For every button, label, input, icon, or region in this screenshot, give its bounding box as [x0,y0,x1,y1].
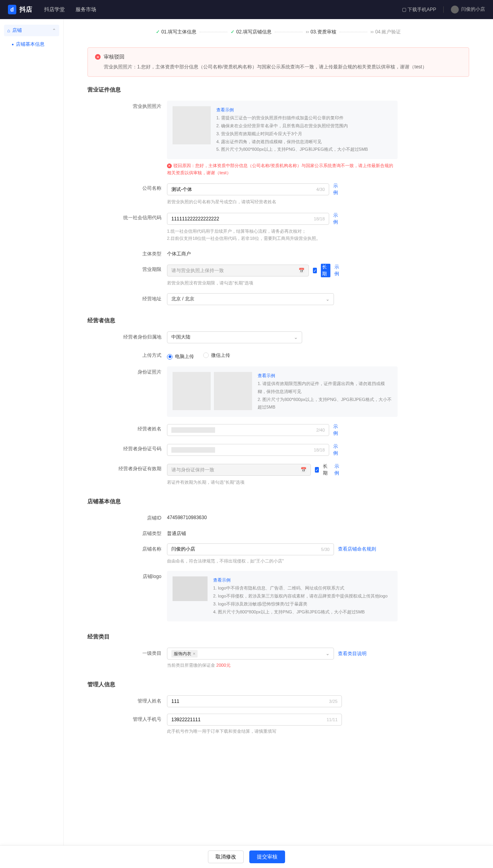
main-content: ✓01.填写主体信息 ✓02.填写店铺信息 ››03.资质审核 ››04.账户验… [64,19,493,868]
shop-name-input[interactable]: 5/30 [167,543,334,555]
admin-name-field[interactable] [171,699,329,704]
label-biz-period: 营业期限 [87,264,167,287]
admin-name-input[interactable]: 3/25 [167,695,342,707]
logo-upload-area[interactable]: 查看示例 1. logo中不得含有隐私信息、广告语、二维码、网址或任何联系方式 … [167,571,398,621]
section-operator: 经营者信息 经营者身份归属地 中国大陆 ⌄ 上传方式 电脑上传 微信上传 [87,317,469,486]
upload-tip: 1. 请提供有效期限范围内的证件，证件需露出四角，请勿遮挡或模糊，保持信息清晰可… [258,380,392,396]
id-upload-area[interactable]: 查看示例 1. 请提供有效期限范围内的证件，证件需露出四角，请勿遮挡或模糊，保持… [167,366,398,417]
longterm-checkbox[interactable]: ✓长期 [313,264,330,277]
category-select[interactable]: 服饰内衣× ⌄ [167,648,334,660]
company-name-input[interactable]: 4/30 [167,183,329,195]
upload-placeholder[interactable] [173,372,211,410]
upload-placeholder[interactable] [214,372,252,410]
submit-button[interactable]: 提交审核 [249,850,285,863]
cancel-button[interactable]: 取消修改 [208,850,244,863]
section-title: 店铺基本信息 [87,498,469,505]
help-text: 若营业执照没有营业期限，请勾选"长期"选项 [167,280,342,287]
credit-code-input[interactable]: 18/18 [167,213,329,225]
upload-tip: 2. 图片尺寸为800*800px以上，支持PNG、JPG和JPEG格式，大小不… [258,396,392,412]
deposit-text: 当前类目所需缴的保证金 2000元 [167,662,398,669]
example-link[interactable]: 示例 [334,264,342,277]
view-example-link[interactable]: 查看示例 [258,373,275,378]
sidebar-item-shop-info[interactable]: 店铺基本信息 [4,38,59,51]
biz-addr-select[interactable]: 北京 / 北京 ⌄ [167,293,334,305]
checkbox-checked-icon: ✓ [313,268,317,273]
label-shop-type: 店铺类型 [87,528,167,537]
label-shop-id: 店铺ID [87,512,167,522]
label-operator-idno: 经营者身份证号码 [87,443,167,457]
step-1: ✓01.填写主体信息 [156,29,197,35]
step-divider [340,32,367,32]
example-link[interactable]: 示例 [333,443,342,457]
credit-code-field[interactable] [171,216,314,222]
naming-rule-link[interactable]: 查看店铺命名规则 [338,546,376,553]
chevron-down-icon: ⌄ [326,651,330,656]
upload-tip: 5. 图片尺寸为800*800px以上，支持PNG、JPG和JPEG格式，大小不… [216,146,368,154]
admin-phone-input[interactable]: 11/11 [167,714,342,726]
step-3: ››03.资质审核 [306,29,336,35]
checkbox-checked-icon: ✓ [315,467,319,473]
category-detail-link[interactable]: 查看类目说明 [338,650,367,657]
label-id-photo: 身份证照片 [87,366,167,417]
alert-body-text: 营业执照照片：1.您好，主体资质中部分信息（公司名称/资质机构名称）与国家公示系… [95,63,462,71]
char-count: 18/18 [314,216,325,221]
view-example-link[interactable]: 查看示例 [216,107,234,112]
shop-name-field[interactable] [171,547,321,552]
error-icon: ✕ [95,54,101,60]
upload-tip: 2. 确保未在企业经营异常名录中，且所售商品在营业执照经营范围内 [216,122,368,130]
section-title: 经营者信息 [87,317,469,324]
longterm-checkbox[interactable]: ✓长期 [315,463,330,477]
example-link[interactable]: 示例 [333,212,342,226]
shop-type-value: 普通店铺 [167,528,342,537]
help-text: 自由命名，符合法律规范，不得出现侵权，如"王小二的小店" [167,558,398,565]
example-link[interactable]: 示例 [334,463,342,477]
sidebar-group-shop[interactable]: ⌂ 店铺 ⌃ [4,25,59,36]
biz-period-input: 请与营业执照上保持一致 📅 [167,265,309,276]
check-icon: ✓ [156,29,160,35]
masked-value [171,447,215,453]
section-title: 管理人信息 [87,681,469,688]
calendar-icon: 📅 [301,467,307,473]
id-valid-input: 请与身份证保持一致 📅 [167,464,311,476]
license-upload-area[interactable]: 查看示例 1. 需提供三证合一的营业执照原件扫描件或加盖公司公章的复印件 2. … [167,101,398,159]
help-text: 若营业执照的公司名称为星号或空白，请填写经营者姓名 [167,199,342,206]
example-link[interactable]: 示例 [333,183,342,196]
footer-actions: 取消修改 提交审核 [0,845,493,868]
upload-tip: 4. 图片尺寸为800*800px以上，支持PNG、JPG和JPEG格式，大小不… [213,608,388,616]
label-credit-code: 统一社会信用代码 [87,212,167,242]
nav-market[interactable]: 服务市场 [76,6,96,12]
step-divider [275,32,303,32]
chevron-up-icon: ⌃ [52,28,56,33]
masked-value [171,427,215,433]
label-operator-name: 经营者姓名 [87,423,167,437]
error-icon: ✕ [167,163,172,168]
upload-placeholder[interactable] [173,106,211,144]
sidebar-group-label: 店铺 [12,27,22,34]
id-region-select[interactable]: 中国大陆 ⌄ [167,331,302,343]
label-id-valid: 经营者身份证有效期 [87,463,167,486]
example-link[interactable]: 示例 [333,423,342,437]
shop-icon: ⌂ [7,28,10,33]
upload-placeholder[interactable] [173,576,208,601]
operator-name-input[interactable]: 2/40 [167,424,329,436]
operator-idno-input[interactable]: 18/18 [167,444,329,456]
user-menu[interactable]: 闫俊的小店 [451,6,485,14]
category-tag[interactable]: 服饰内衣× [171,650,198,658]
close-icon[interactable]: × [193,651,195,656]
label-shop-logo: 店铺logo [87,571,167,621]
label-entity-type: 主体类型 [87,248,167,257]
reject-alert: ✕ 审核驳回 营业执照照片：1.您好，主体资质中部分信息（公司名称/资质机构名称… [87,47,469,77]
char-count: 4/30 [316,187,324,192]
upload-tip: 2. logo不得侵权，若涉及第三方版权内容或素材，请在品牌资质中提供授权或上传… [213,592,388,600]
section-title: 营业证件信息 [87,86,469,93]
company-name-field[interactable] [171,187,316,192]
label-admin-name: 管理人姓名 [87,695,167,707]
label-license-photo: 营业执照照片 [87,101,167,176]
nav-school[interactable]: 抖店学堂 [44,6,65,12]
admin-phone-field[interactable] [171,717,326,722]
check-icon: ✓ [231,29,235,35]
radio-wx-upload[interactable]: 微信上传 [203,352,230,359]
radio-pc-upload[interactable]: 电脑上传 [167,353,194,360]
download-app-link[interactable]: ▢ 下载手机APP [402,6,436,13]
view-example-link[interactable]: 查看示例 [213,578,231,582]
